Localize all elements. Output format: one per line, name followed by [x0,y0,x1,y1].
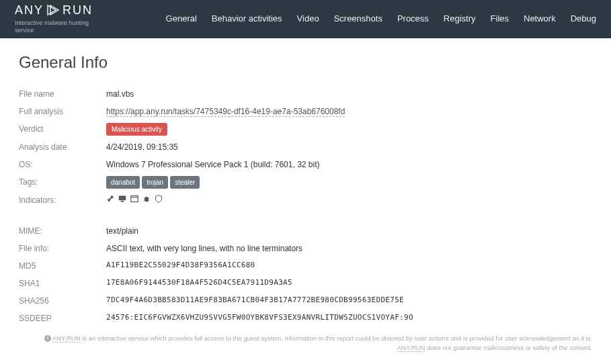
tag-2[interactable]: trojan [142,176,168,189]
label-analysis: Full analysis [19,105,106,118]
value-sha256: 7DC49F4A6D3BB583D11AE9F83BA671CB04F3B17A… [106,295,592,307]
label-filename: File name [19,88,106,100]
nav-files[interactable]: Files [491,13,509,24]
label-ssdeep: SSDEEP [19,312,106,324]
nav-registry[interactable]: Registry [444,13,476,24]
nav-debug[interactable]: Debug [571,13,596,24]
value-fileinfo: ASCII text, with very long lines, with n… [106,242,592,255]
window-icon [130,194,138,206]
svg-rect-2 [131,196,138,202]
nav-video[interactable]: Video [297,13,319,24]
bug-icon [142,194,151,206]
label-verdict: Verdict [19,123,106,136]
svg-point-4 [145,197,149,202]
label-fileinfo: File info: [19,242,106,255]
shield-icon [155,194,163,206]
label-os: OS: [19,158,106,171]
indicators [106,194,592,206]
main-content: General Info File namemal.vbs Full analy… [0,38,611,364]
label-sha256: SHA256 [19,295,106,307]
play-icon [46,5,60,15]
info-icon: i [44,335,51,342]
brand[interactable]: ANY RUN Interactive malware hunting serv… [15,3,109,34]
value-date: 4/24/2019, 09:15:35 [106,141,592,153]
svg-rect-1 [121,201,124,202]
brand-name-2: RUN [63,3,93,17]
nav-screenshots[interactable]: Screenshots [334,13,382,24]
page-title: General Info [19,53,592,72]
svg-line-8 [148,200,149,201]
value-mime: text/plain [106,225,592,237]
label-md5: MD5 [19,260,106,272]
tag-1[interactable]: danabot [106,176,140,189]
label-indicators: Indicators: [19,194,106,206]
label-tags: Tags: [19,176,106,189]
value-md5: A1F119BE2C55029F4D38F9356A1CC680 [106,260,592,272]
value-filename: mal.vbs [106,88,592,100]
label-sha1: SHA1 [19,277,106,289]
tags-container: danabottrojanstealer [106,176,592,189]
brand-name-1: ANY [15,3,44,17]
nav-general[interactable]: General [166,13,197,24]
analysis-link[interactable]: https://app.any.run/tasks/7475349c-df16-… [106,107,345,117]
value-os: Windows 7 Professional Service Pack 1 (b… [106,158,592,171]
value-ssdeep: 24576:EIC6FGVWZX6VHZU9SVVG5FW0OYBK8VFS3E… [106,312,592,324]
brand-subtitle: Interactive malware hunting service [15,19,109,34]
syringe-icon [106,194,114,206]
label-date: Analysis date [19,141,106,153]
tag-3[interactable]: stealer [170,176,200,189]
monitor-icon [118,194,126,206]
svg-line-7 [144,200,145,201]
verdict-badge: Malicious activity [106,123,167,136]
main-nav: General Behavior activities Video Screen… [166,13,596,24]
nav-process[interactable]: Process [397,13,429,24]
label-mime: MIME: [19,225,106,237]
top-header: ANY RUN Interactive malware hunting serv… [0,0,611,38]
svg-rect-0 [119,196,126,201]
value-sha1: 17E8A06F9144530F18A4F526D4C5EA7911D9A3A5 [106,277,592,289]
nav-behavior[interactable]: Behavior activities [212,13,282,24]
disclaimer: iANY.RUN is an interactive service which… [19,334,592,353]
nav-network[interactable]: Network [524,13,556,24]
